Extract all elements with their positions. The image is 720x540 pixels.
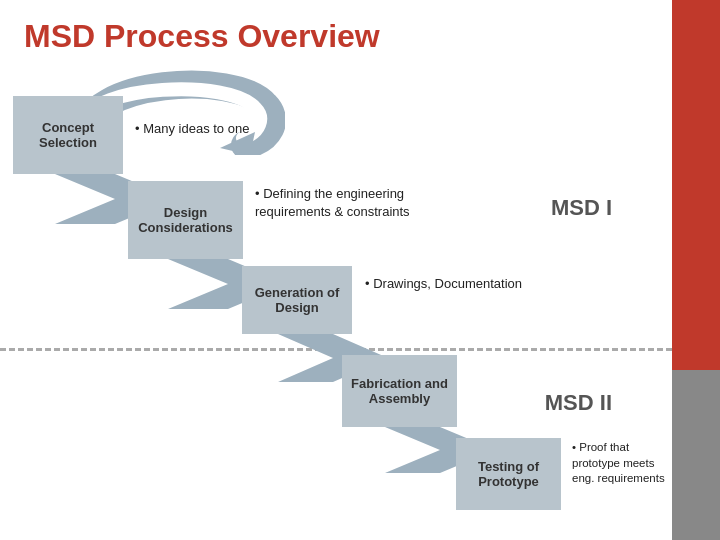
design-considerations-box: Design Considerations xyxy=(128,181,243,259)
generation-of-design-box: Generation of Design xyxy=(242,266,352,334)
fabrication-assembly-box: Fabrication and Assembly xyxy=(342,355,457,427)
right-bar-red xyxy=(672,0,720,370)
right-bar-gray xyxy=(672,370,720,540)
concept-selection-bullet: • Many ideas to one xyxy=(135,120,265,138)
main-content: MSD Process Overview MSD I MSD II Con xyxy=(0,0,672,540)
msd-i-label: MSD I xyxy=(551,195,612,221)
testing-prototype-box: Testing of Prototype xyxy=(456,438,561,510)
testing-bullet: • Proof that prototype meets eng. requir… xyxy=(572,440,667,487)
msd-ii-label: MSD II xyxy=(545,390,612,416)
concept-selection-box: Concept Selection xyxy=(13,96,123,174)
generation-bullet: • Drawings, Documentation xyxy=(365,275,525,293)
design-considerations-bullet: • Defining the engineering requirements … xyxy=(255,185,430,221)
